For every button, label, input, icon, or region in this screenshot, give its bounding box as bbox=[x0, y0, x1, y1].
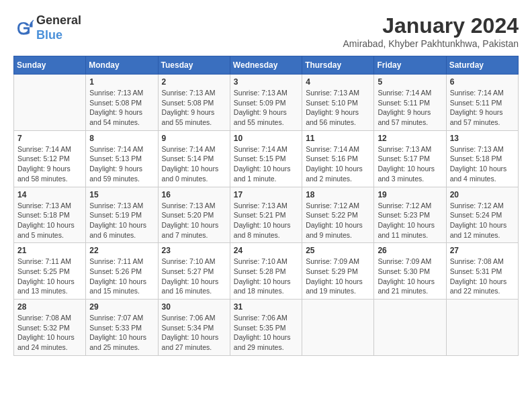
day-info: Sunrise: 7:13 AM Sunset: 5:20 PM Dayligh… bbox=[162, 201, 226, 240]
day-number: 11 bbox=[306, 134, 370, 143]
day-cell: 1Sunrise: 7:13 AM Sunset: 5:08 PM Daylig… bbox=[86, 75, 158, 131]
day-number: 23 bbox=[162, 246, 226, 255]
day-cell: 27Sunrise: 7:08 AM Sunset: 5:31 PM Dayli… bbox=[446, 243, 518, 300]
week-row-1: 1Sunrise: 7:13 AM Sunset: 5:08 PM Daylig… bbox=[14, 75, 519, 131]
day-cell: 30Sunrise: 7:06 AM Sunset: 5:34 PM Dayli… bbox=[158, 300, 230, 356]
title-section: January 2024 Amirabad, Khyber Pakhtunkhw… bbox=[343, 13, 519, 49]
day-number: 8 bbox=[89, 134, 154, 143]
day-number: 5 bbox=[378, 77, 442, 87]
day-cell: 14Sunrise: 7:13 AM Sunset: 5:18 PM Dayli… bbox=[14, 187, 86, 243]
day-info: Sunrise: 7:14 AM Sunset: 5:15 PM Dayligh… bbox=[234, 144, 298, 184]
day-number: 14 bbox=[17, 190, 82, 199]
day-number: 20 bbox=[450, 190, 515, 199]
day-header-sunday: Sunday bbox=[14, 56, 86, 75]
day-cell: 20Sunrise: 7:12 AM Sunset: 5:24 PM Dayli… bbox=[446, 187, 518, 243]
day-cell: 5Sunrise: 7:14 AM Sunset: 5:11 PM Daylig… bbox=[374, 75, 446, 131]
day-number: 4 bbox=[306, 77, 370, 87]
day-cell: 9Sunrise: 7:14 AM Sunset: 5:14 PM Daylig… bbox=[158, 130, 230, 187]
day-header-friday: Friday bbox=[374, 56, 446, 75]
day-cell: 8Sunrise: 7:14 AM Sunset: 5:13 PM Daylig… bbox=[86, 130, 158, 187]
day-info: Sunrise: 7:09 AM Sunset: 5:30 PM Dayligh… bbox=[378, 257, 442, 296]
day-info: Sunrise: 7:07 AM Sunset: 5:33 PM Dayligh… bbox=[89, 313, 154, 353]
day-info: Sunrise: 7:12 AM Sunset: 5:22 PM Dayligh… bbox=[306, 201, 370, 240]
day-cell: 18Sunrise: 7:12 AM Sunset: 5:22 PM Dayli… bbox=[302, 187, 374, 243]
day-header-monday: Monday bbox=[86, 56, 158, 75]
day-cell: 19Sunrise: 7:12 AM Sunset: 5:23 PM Dayli… bbox=[374, 187, 446, 243]
week-row-4: 21Sunrise: 7:11 AM Sunset: 5:25 PM Dayli… bbox=[14, 243, 519, 300]
day-info: Sunrise: 7:13 AM Sunset: 5:08 PM Dayligh… bbox=[89, 88, 154, 128]
day-number: 9 bbox=[162, 134, 226, 143]
day-headers-row: SundayMondayTuesdayWednesdayThursdayFrid… bbox=[14, 56, 519, 75]
day-number: 18 bbox=[306, 190, 370, 199]
day-info: Sunrise: 7:13 AM Sunset: 5:21 PM Dayligh… bbox=[234, 201, 298, 240]
day-info: Sunrise: 7:09 AM Sunset: 5:29 PM Dayligh… bbox=[306, 257, 370, 296]
day-cell: 11Sunrise: 7:14 AM Sunset: 5:16 PM Dayli… bbox=[302, 130, 374, 187]
day-number: 6 bbox=[450, 77, 515, 87]
day-cell: 28Sunrise: 7:08 AM Sunset: 5:32 PM Dayli… bbox=[14, 300, 86, 356]
day-cell: 24Sunrise: 7:10 AM Sunset: 5:28 PM Dayli… bbox=[230, 243, 302, 300]
day-info: Sunrise: 7:14 AM Sunset: 5:14 PM Dayligh… bbox=[162, 144, 226, 184]
day-info: Sunrise: 7:13 AM Sunset: 5:18 PM Dayligh… bbox=[450, 144, 515, 184]
day-number: 3 bbox=[234, 77, 298, 87]
day-info: Sunrise: 7:14 AM Sunset: 5:16 PM Dayligh… bbox=[306, 144, 370, 184]
calendar-body: 1Sunrise: 7:13 AM Sunset: 5:08 PM Daylig… bbox=[14, 75, 519, 356]
calendar-header: SundayMondayTuesdayWednesdayThursdayFrid… bbox=[14, 56, 519, 75]
day-info: Sunrise: 7:14 AM Sunset: 5:11 PM Dayligh… bbox=[378, 88, 442, 128]
day-info: Sunrise: 7:06 AM Sunset: 5:34 PM Dayligh… bbox=[162, 313, 226, 353]
day-number: 25 bbox=[306, 246, 370, 255]
day-cell: 6Sunrise: 7:14 AM Sunset: 5:11 PM Daylig… bbox=[446, 75, 518, 131]
day-cell: 7Sunrise: 7:14 AM Sunset: 5:12 PM Daylig… bbox=[14, 130, 86, 187]
day-cell: 3Sunrise: 7:13 AM Sunset: 5:09 PM Daylig… bbox=[230, 75, 302, 131]
day-cell bbox=[446, 300, 518, 356]
day-info: Sunrise: 7:14 AM Sunset: 5:12 PM Dayligh… bbox=[17, 144, 82, 184]
day-number: 28 bbox=[17, 302, 82, 312]
day-cell: 17Sunrise: 7:13 AM Sunset: 5:21 PM Dayli… bbox=[230, 187, 302, 243]
week-row-5: 28Sunrise: 7:08 AM Sunset: 5:32 PM Dayli… bbox=[14, 300, 519, 356]
day-number: 15 bbox=[89, 190, 154, 199]
day-number: 2 bbox=[162, 77, 226, 87]
day-cell: 21Sunrise: 7:11 AM Sunset: 5:25 PM Dayli… bbox=[14, 243, 86, 300]
day-number: 13 bbox=[450, 134, 515, 143]
week-row-3: 14Sunrise: 7:13 AM Sunset: 5:18 PM Dayli… bbox=[14, 187, 519, 243]
day-info: Sunrise: 7:13 AM Sunset: 5:17 PM Dayligh… bbox=[378, 144, 442, 184]
day-info: Sunrise: 7:08 AM Sunset: 5:31 PM Dayligh… bbox=[450, 257, 515, 296]
day-info: Sunrise: 7:11 AM Sunset: 5:26 PM Dayligh… bbox=[89, 257, 154, 296]
day-cell: 22Sunrise: 7:11 AM Sunset: 5:26 PM Dayli… bbox=[86, 243, 158, 300]
day-info: Sunrise: 7:13 AM Sunset: 5:10 PM Dayligh… bbox=[306, 88, 370, 128]
day-number: 1 bbox=[89, 77, 154, 87]
day-cell: 4Sunrise: 7:13 AM Sunset: 5:10 PM Daylig… bbox=[302, 75, 374, 131]
day-number: 24 bbox=[234, 246, 298, 255]
day-info: Sunrise: 7:08 AM Sunset: 5:32 PM Dayligh… bbox=[17, 313, 82, 353]
day-cell: 16Sunrise: 7:13 AM Sunset: 5:20 PM Dayli… bbox=[158, 187, 230, 243]
day-number: 29 bbox=[89, 302, 154, 312]
day-number: 10 bbox=[234, 134, 298, 143]
day-header-thursday: Thursday bbox=[302, 56, 374, 75]
day-cell bbox=[302, 300, 374, 356]
day-cell: 26Sunrise: 7:09 AM Sunset: 5:30 PM Dayli… bbox=[374, 243, 446, 300]
week-row-2: 7Sunrise: 7:14 AM Sunset: 5:12 PM Daylig… bbox=[14, 130, 519, 187]
day-info: Sunrise: 7:14 AM Sunset: 5:11 PM Dayligh… bbox=[450, 88, 515, 128]
day-info: Sunrise: 7:10 AM Sunset: 5:28 PM Dayligh… bbox=[234, 257, 298, 296]
day-info: Sunrise: 7:06 AM Sunset: 5:35 PM Dayligh… bbox=[234, 313, 298, 353]
day-info: Sunrise: 7:13 AM Sunset: 5:18 PM Dayligh… bbox=[17, 201, 82, 240]
day-cell: 23Sunrise: 7:10 AM Sunset: 5:27 PM Dayli… bbox=[158, 243, 230, 300]
logo-icon bbox=[13, 18, 34, 38]
day-number: 21 bbox=[17, 246, 82, 255]
day-number: 12 bbox=[378, 134, 442, 143]
day-number: 30 bbox=[162, 302, 226, 312]
day-info: Sunrise: 7:13 AM Sunset: 5:08 PM Dayligh… bbox=[162, 88, 226, 128]
day-number: 22 bbox=[89, 246, 154, 255]
day-cell: 29Sunrise: 7:07 AM Sunset: 5:33 PM Dayli… bbox=[86, 300, 158, 356]
day-info: Sunrise: 7:12 AM Sunset: 5:24 PM Dayligh… bbox=[450, 201, 515, 240]
day-header-saturday: Saturday bbox=[446, 56, 518, 75]
logo-line2: Blue bbox=[36, 28, 81, 43]
day-cell: 10Sunrise: 7:14 AM Sunset: 5:15 PM Dayli… bbox=[230, 130, 302, 187]
day-number: 19 bbox=[378, 190, 442, 199]
day-number: 7 bbox=[17, 134, 82, 143]
day-number: 16 bbox=[162, 190, 226, 199]
day-header-tuesday: Tuesday bbox=[158, 56, 230, 75]
day-cell: 2Sunrise: 7:13 AM Sunset: 5:08 PM Daylig… bbox=[158, 75, 230, 131]
day-cell bbox=[374, 300, 446, 356]
logo-line1: General bbox=[36, 13, 81, 28]
page-subtitle: Amirabad, Khyber Pakhtunkhwa, Pakistan bbox=[343, 38, 519, 49]
